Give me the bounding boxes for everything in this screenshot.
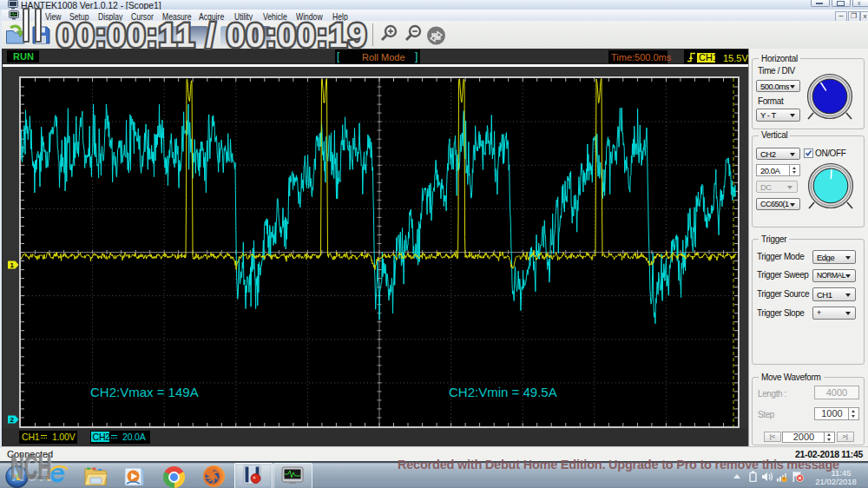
svg-text:1: 1 [10, 261, 15, 269]
svg-text:2: 2 [10, 416, 15, 424]
svg-text:CH2:Vmax = 149A: CH2:Vmax = 149A [90, 385, 199, 399]
svg-text:CH2:Vmin = 49.5A: CH2:Vmin = 49.5A [449, 385, 557, 399]
